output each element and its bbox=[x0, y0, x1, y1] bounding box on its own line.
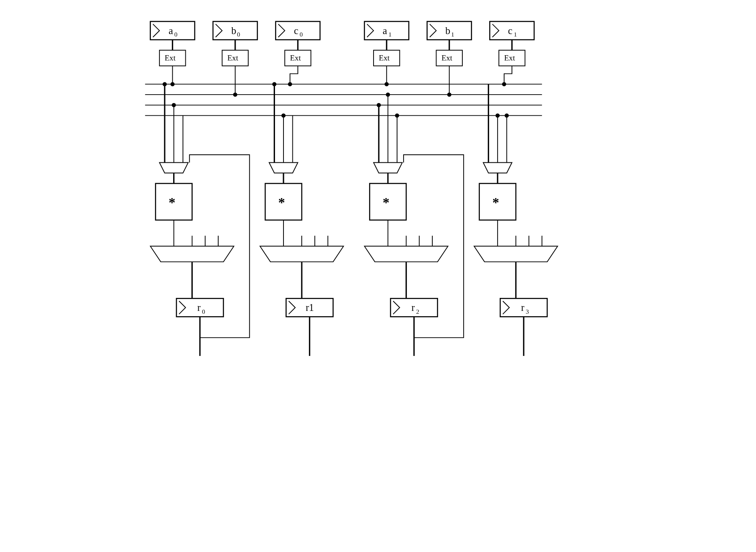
reg-b1: b 1 bbox=[427, 22, 471, 40]
reg-a0: a 0 bbox=[150, 22, 195, 40]
datapath-diagram: a 0 b 0 c 0 a 1 b 1 c 1 Ext Ext bbox=[135, 16, 621, 372]
svg-text:Ext: Ext bbox=[504, 54, 515, 62]
reg-b0: b 0 bbox=[213, 22, 257, 40]
svg-marker-102 bbox=[474, 246, 558, 262]
svg-marker-71 bbox=[159, 163, 188, 173]
output-registers: r 0 r1 r 2 r 3 bbox=[176, 298, 547, 317]
svg-text:r: r bbox=[521, 302, 524, 313]
svg-text:c: c bbox=[294, 25, 299, 36]
svg-point-48 bbox=[447, 93, 451, 97]
svg-marker-87 bbox=[150, 246, 234, 262]
svg-text:0: 0 bbox=[237, 31, 240, 38]
svg-point-45 bbox=[233, 93, 237, 97]
large-muxes bbox=[150, 220, 558, 262]
svg-text:a: a bbox=[383, 25, 387, 36]
svg-text:Ext: Ext bbox=[228, 54, 238, 62]
svg-text:1: 1 bbox=[389, 31, 392, 38]
reg-c1: c 1 bbox=[490, 22, 534, 40]
svg-point-70 bbox=[505, 113, 509, 117]
svg-point-58 bbox=[281, 113, 286, 117]
svg-point-68 bbox=[496, 113, 500, 117]
svg-point-49 bbox=[502, 82, 506, 86]
svg-point-61 bbox=[377, 103, 381, 107]
svg-point-63 bbox=[386, 93, 390, 97]
svg-text:0: 0 bbox=[174, 31, 178, 38]
svg-text:b: b bbox=[445, 25, 450, 36]
svg-marker-97 bbox=[365, 246, 448, 262]
svg-text:3: 3 bbox=[526, 308, 529, 315]
svg-text:r1: r1 bbox=[306, 302, 314, 313]
ext-row: Ext Ext Ext Ext Ext Ext bbox=[159, 50, 525, 66]
svg-point-46 bbox=[288, 82, 292, 86]
svg-text:*: * bbox=[492, 195, 499, 210]
svg-text:*: * bbox=[383, 195, 390, 210]
svg-text:b: b bbox=[231, 25, 236, 36]
small-muxes bbox=[159, 163, 512, 173]
svg-text:c: c bbox=[508, 25, 513, 36]
svg-text:r: r bbox=[198, 302, 201, 313]
svg-text:r: r bbox=[411, 302, 415, 313]
svg-text:a: a bbox=[169, 25, 173, 36]
svg-point-53 bbox=[172, 103, 176, 107]
svg-point-47 bbox=[384, 82, 389, 86]
input-registers: a 0 b 0 c 0 a 1 b 1 c 1 bbox=[150, 22, 534, 40]
svg-point-51 bbox=[163, 82, 167, 86]
svg-point-65 bbox=[395, 113, 399, 117]
multipliers: * * * * bbox=[156, 183, 516, 220]
svg-text:1: 1 bbox=[514, 31, 517, 38]
svg-marker-92 bbox=[260, 246, 344, 262]
svg-text:*: * bbox=[169, 195, 176, 210]
svg-text:2: 2 bbox=[416, 308, 419, 315]
svg-text:1: 1 bbox=[451, 31, 454, 38]
reg-c0: c 0 bbox=[276, 22, 320, 40]
svg-text:Ext: Ext bbox=[290, 54, 301, 62]
svg-marker-74 bbox=[483, 163, 512, 173]
svg-point-56 bbox=[272, 82, 276, 86]
reg-a1: a 1 bbox=[365, 22, 409, 40]
svg-marker-73 bbox=[374, 163, 402, 173]
svg-point-44 bbox=[170, 82, 174, 86]
svg-text:0: 0 bbox=[300, 31, 303, 38]
svg-text:Ext: Ext bbox=[165, 54, 176, 62]
svg-text:Ext: Ext bbox=[379, 54, 390, 62]
svg-marker-72 bbox=[269, 163, 298, 173]
svg-text:0: 0 bbox=[202, 308, 205, 315]
svg-text:*: * bbox=[278, 195, 285, 210]
svg-text:Ext: Ext bbox=[441, 54, 452, 62]
